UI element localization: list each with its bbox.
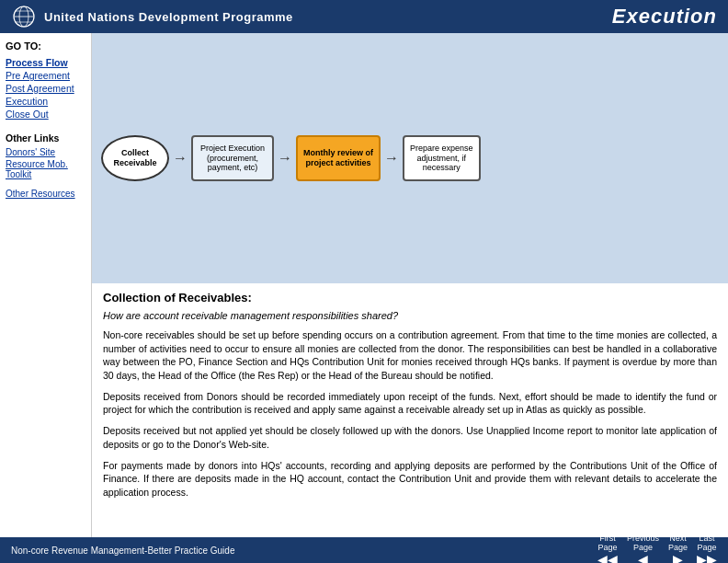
content-para-1: Non-core receivables should be set up be…: [103, 328, 717, 383]
last-page-button[interactable]: LastPage ▶▶: [697, 534, 717, 563]
first-page-label: FirstPage: [597, 534, 617, 553]
flow-box-execution-label: Project Execution(procurement,payment, e…: [200, 144, 265, 173]
content-para-3: Deposits received but not applied yet sh…: [103, 424, 717, 451]
first-page-button[interactable]: FirstPage ◀◀: [597, 534, 618, 563]
content-area: Collection of Receivables: How are accou…: [92, 283, 728, 537]
flow-arrow-1: →: [173, 150, 188, 167]
sidebar-item-process-flow[interactable]: Process Flow: [6, 57, 85, 68]
first-page-icon: ◀◀: [597, 553, 618, 563]
full-layout: United Nations Development Programme Exe…: [0, 0, 728, 563]
last-page-icon: ▶▶: [697, 553, 717, 563]
org-name: United Nations Development Programme: [44, 10, 293, 24]
flow-box-monthly: Monthly review ofproject activities: [296, 135, 381, 181]
header: United Nations Development Programme Exe…: [0, 0, 728, 33]
content-para-4: For payments made by donors into HQs' ac…: [103, 459, 717, 500]
footer-nav: FirstPage ◀◀ PreviousPage ◀ NextPage ▶ L…: [597, 534, 717, 563]
right-column: CollectReceivable → Project Execution(pr…: [92, 33, 728, 537]
flow-box-prepare-label: Prepare expenseadjustment, ifnecessary: [410, 144, 473, 173]
flow-arrow-3: →: [384, 150, 399, 167]
goto-label: GO TO:: [6, 40, 85, 52]
donors-site-link[interactable]: Donors' Site: [6, 147, 85, 157]
sidebar-item-pre-agreement[interactable]: Pre Agreement: [6, 70, 85, 81]
content-question: How are account receivable management re…: [103, 310, 717, 321]
flow-box-collect: CollectReceivable: [101, 135, 169, 181]
last-page-label: LastPage: [697, 534, 716, 553]
previous-page-label: PreviousPage: [627, 534, 659, 553]
sidebar-item-execution[interactable]: Execution: [6, 96, 85, 107]
un-emblem-icon: [11, 4, 37, 29]
flow-box-monthly-label: Monthly review ofproject activities: [303, 148, 373, 168]
next-page-button[interactable]: NextPage ▶: [668, 534, 688, 563]
sidebar-nav: Process Flow Pre Agreement Post Agreemen…: [6, 57, 85, 120]
header-logo: United Nations Development Programme: [11, 4, 293, 29]
previous-page-icon: ◀: [638, 553, 648, 563]
flow-box-execution: Project Execution(procurement,payment, e…: [191, 135, 274, 181]
other-resources-link[interactable]: Other Resources: [6, 189, 85, 199]
previous-page-button[interactable]: PreviousPage ◀: [627, 534, 659, 563]
flow-box-collect-label: CollectReceivable: [113, 148, 156, 168]
flow-diagram: CollectReceivable → Project Execution(pr…: [92, 33, 728, 283]
page-title: Execution: [612, 5, 717, 29]
sidebar-item-close-out[interactable]: Close Out: [6, 109, 85, 120]
section-title: Collection of Receivables:: [103, 291, 717, 304]
footer-guide-title: Non-core Revenue Management-Better Pract…: [11, 546, 234, 556]
next-page-label: NextPage: [668, 534, 688, 553]
other-resources-section: Other Resources: [6, 189, 85, 199]
footer: Non-core Revenue Management-Better Pract…: [0, 537, 728, 563]
flow-box-prepare: Prepare expenseadjustment, ifnecessary: [403, 135, 481, 181]
content-para-2: Deposits received from Donors should be …: [103, 390, 717, 417]
sidebar: GO TO: Process Flow Pre Agreement Post A…: [0, 33, 92, 537]
next-page-icon: ▶: [673, 553, 683, 563]
flow-arrow-2: →: [278, 150, 292, 167]
resource-mob-link[interactable]: Resource Mob.Toolkit: [6, 159, 85, 179]
other-links-title: Other Links: [6, 132, 85, 144]
sidebar-item-post-agreement[interactable]: Post Agreement: [6, 83, 85, 94]
body-row: GO TO: Process Flow Pre Agreement Post A…: [0, 33, 728, 537]
